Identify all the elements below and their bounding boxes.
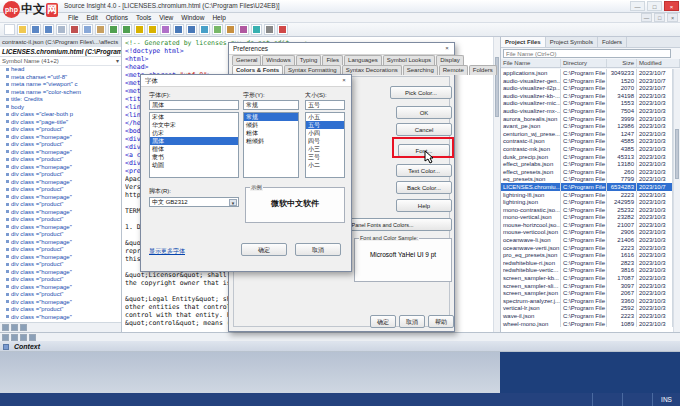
symbol-item[interactable]: div class ="product" — [0, 246, 121, 254]
tab-project-symbols[interactable]: Project Symbols — [546, 37, 598, 47]
font-family-option[interactable]: 楷体 — [150, 145, 238, 153]
prefs-tab-windows[interactable]: Windows — [262, 55, 294, 65]
prefs-tab-languages[interactable]: Languages — [344, 55, 382, 65]
save-all-icon[interactable] — [43, 24, 54, 35]
table-row[interactable]: mouse-horizcool.jso...C:\Program File210… — [501, 221, 673, 229]
prefs-cancel-button-cn[interactable]: 取消 — [399, 315, 425, 328]
menu-tools[interactable]: Tools — [132, 13, 155, 23]
font-style-list[interactable]: 常规倾斜粗体粗倾斜 — [243, 112, 299, 178]
symbol-list-header[interactable]: Symbol Name (41+2) ▾ — [0, 57, 121, 66]
symbol-item[interactable]: div class ="product" — [0, 186, 121, 194]
replace-icon[interactable] — [160, 24, 171, 35]
symbol-item[interactable]: div class ="homepage" — [0, 134, 121, 142]
table-row[interactable]: oceanwave-verti.jsonC:\Program File22232… — [501, 244, 673, 252]
font-size-option[interactable]: 三号 — [306, 153, 344, 161]
table-row[interactable]: mouse-verticool.jsonC:\Program File29062… — [501, 228, 673, 236]
symbol-item[interactable]: div class ="homepage" — [0, 164, 121, 172]
table-row[interactable]: screen_sampler-kb...C:\Program File17087… — [501, 274, 673, 282]
table-row[interactable]: screen_sampler.jsonC:\Program File206720… — [501, 289, 673, 297]
symbol-item[interactable]: div class ="page-title" — [0, 119, 121, 127]
save-icon[interactable] — [30, 24, 41, 35]
cancel-button[interactable]: Cancel — [396, 123, 452, 136]
table-row[interactable]: avant_pe.jsonC:\Program File129862023/10… — [501, 122, 673, 130]
copy-icon[interactable] — [82, 24, 93, 35]
ok-button[interactable]: OK — [396, 106, 452, 119]
symbol-window-icon[interactable] — [212, 24, 223, 35]
symbol-item[interactable]: div class ="product" — [0, 291, 121, 299]
redo-icon[interactable] — [121, 24, 132, 35]
table-row[interactable]: effect_prelabs.jsonC:\Program File131802… — [501, 160, 673, 168]
show-more-fonts-link[interactable]: 显示更多字体 — [149, 247, 185, 256]
font-size-option[interactable]: 小二 — [306, 161, 344, 169]
context-window-icon[interactable] — [225, 24, 236, 35]
table-row[interactable]: effect_presets.jsonC:\Program File260202… — [501, 168, 673, 176]
mdi-minimize-button[interactable]: — — [641, 13, 652, 22]
close-button[interactable]: × — [664, 1, 679, 11]
context-options-icon[interactable] — [29, 334, 36, 341]
context-back-icon[interactable] — [2, 334, 9, 341]
font-size-input[interactable]: 五号 — [305, 100, 345, 110]
symbol-item[interactable]: div class ="homepage" — [0, 314, 121, 322]
symbol-item[interactable]: div class ="product" — [0, 141, 121, 149]
table-row[interactable]: audio-visualizer-mx-...C:\Program File75… — [501, 107, 673, 115]
symbol-item[interactable]: div class ="product" — [0, 201, 121, 209]
symbol-item[interactable]: div class ="homepage" — [0, 254, 121, 262]
symbol-item[interactable]: div class ="homepage" — [0, 269, 121, 277]
font-family-option[interactable]: 幼圆 — [150, 161, 238, 169]
table-row[interactable]: contrastc-il.jsonC:\Program File45852023… — [501, 137, 673, 145]
minimize-button[interactable]: — — [630, 1, 645, 11]
file-filter-input[interactable] — [503, 49, 671, 58]
script-combo[interactable]: 中文 GB2312 ▾ — [149, 197, 239, 207]
table-row[interactable]: audio-visualizer-mic...C:\Program File15… — [501, 99, 673, 107]
font-family-option[interactable]: 仿宋 — [150, 129, 238, 137]
font-style-option[interactable]: 常规 — [244, 113, 298, 121]
font-family-option[interactable]: 华文中宋 — [150, 121, 238, 129]
symbol-item[interactable]: body — [0, 104, 121, 112]
table-row[interactable]: pro_eq_presets.jsonC:\Program File161620… — [501, 251, 673, 259]
editor-vertical-scrollbar[interactable] — [493, 37, 500, 332]
symbol-item[interactable]: div class ="product" — [0, 276, 121, 284]
project-scrollbar[interactable] — [673, 69, 680, 332]
font-size-option[interactable]: 五号 — [306, 121, 344, 129]
go-forward-icon[interactable] — [186, 24, 197, 35]
table-row[interactable]: lightning.jsonC:\Program File2429592023/… — [501, 198, 673, 206]
symbol-item[interactable]: div class ="homepage" — [0, 149, 121, 157]
prefs-tab-searching[interactable]: Searching — [403, 65, 438, 75]
sort-symbols-icon[interactable] — [2, 324, 9, 331]
font-style-option[interactable]: 倾斜 — [244, 121, 298, 129]
column-header-size[interactable]: Size — [607, 59, 637, 67]
prefs-help-button-cn[interactable]: 帮助 — [428, 315, 454, 328]
undo-icon[interactable] — [108, 24, 119, 35]
menu-file[interactable]: File — [64, 13, 82, 23]
font-size-option[interactable]: 小四 — [306, 129, 344, 137]
table-row[interactable]: lightning-lfi.jsonC:\Program File2223202… — [501, 191, 673, 199]
mdi-close-button[interactable]: × — [667, 13, 678, 22]
close-icon[interactable]: × — [440, 43, 454, 54]
symbol-item[interactable]: div class ="product" — [0, 171, 121, 179]
go-back-icon[interactable] — [173, 24, 184, 35]
help-icon[interactable] — [277, 24, 288, 35]
table-row[interactable]: mono-contrastic.jso...C:\Program File252… — [501, 206, 673, 214]
table-row[interactable]: contrastc-mk.jsonC:\Program File43852023… — [501, 145, 673, 153]
prefs-tab-symbol-lookups[interactable]: Symbol Lookups — [383, 55, 435, 65]
print-icon[interactable] — [56, 24, 67, 35]
symbol-item[interactable]: div class ="product" — [0, 156, 121, 164]
symbol-item[interactable]: div class ="product" — [0, 261, 121, 269]
table-row[interactable]: mono-vertical.jsonC:\Program File2328220… — [501, 213, 673, 221]
help-button[interactable]: Help — [396, 199, 452, 212]
font-size-option[interactable]: 小三 — [306, 145, 344, 153]
font-family-option[interactable]: 隶书 — [150, 153, 238, 161]
menu-edit[interactable]: Edit — [82, 13, 101, 23]
symbol-item[interactable]: div class ="product" — [0, 216, 121, 224]
font-family-list[interactable]: 宋体华文中宋仿宋黑体楷体隶书幼圆 — [149, 112, 239, 178]
tab-project-files[interactable]: Project Files — [501, 37, 546, 47]
context-panel-header[interactable]: Context — [0, 341, 680, 352]
symbol-item[interactable]: div class ="homepage" — [0, 284, 121, 292]
chevron-down-icon[interactable]: ▾ — [229, 199, 237, 206]
prefs-tab-remote[interactable]: Remote — [439, 65, 468, 75]
symbol-item[interactable]: div class ="product" — [0, 231, 121, 239]
font-style-input[interactable]: 常规 — [243, 100, 299, 110]
symbol-item[interactable]: div class ="product" — [0, 126, 121, 134]
menu-window[interactable]: Window — [177, 13, 208, 23]
font-family-option[interactable]: 宋体 — [150, 113, 238, 121]
